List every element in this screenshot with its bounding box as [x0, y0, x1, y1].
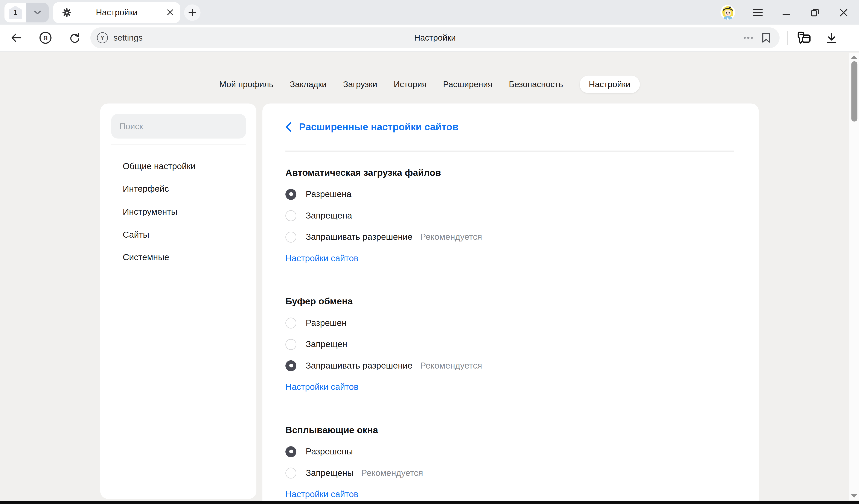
- sidebar-nav: Общие настройки Интерфейс Инструменты Са…: [100, 155, 256, 269]
- toolbar-divider: [787, 31, 788, 45]
- yandex-home-button[interactable]: Я: [40, 32, 51, 44]
- search-input[interactable]: [111, 114, 246, 139]
- bookmark-icon[interactable]: [762, 32, 771, 43]
- address-bar-actions: [744, 28, 771, 48]
- tab-extensions[interactable]: Расширения: [443, 79, 493, 89]
- settings-page: Мой профиль Закладки Загрузки История Ра…: [0, 52, 859, 504]
- tab-group-shield-icon: 1: [9, 6, 22, 19]
- section-title: Всплывающие окна: [285, 419, 734, 441]
- settings-content: Расширенные настройки сайтов Автоматичес…: [262, 104, 759, 504]
- chevron-down-icon: [34, 10, 41, 14]
- downloads-button[interactable]: [825, 32, 838, 45]
- radio-icon[interactable]: [285, 467, 296, 478]
- radio-note: Рекомендуется: [420, 361, 482, 370]
- browser-tab-settings[interactable]: Настройки: [53, 2, 180, 23]
- radio-icon[interactable]: [285, 231, 296, 242]
- back-button[interactable]: [10, 32, 22, 43]
- sidebar-item-general[interactable]: Общие настройки: [100, 155, 256, 178]
- radio-option[interactable]: Разрешена: [285, 184, 734, 205]
- tab-group-count: 1: [13, 8, 17, 16]
- radio-option[interactable]: Запрашивать разрешение Рекомендуется: [285, 226, 734, 247]
- tab-group-dropdown[interactable]: [26, 2, 49, 22]
- reload-button[interactable]: [69, 32, 80, 44]
- settings-sections: Автоматическая загрузка файлов Разрешена…: [262, 162, 759, 504]
- radio-option[interactable]: Запрещен: [285, 334, 734, 355]
- settings-nav-tabs: Мой профиль Закладки Загрузки История Ра…: [0, 75, 859, 94]
- radio-option[interactable]: Запрещены Рекомендуется: [285, 462, 734, 484]
- sidebar-item-sites[interactable]: Сайты: [100, 223, 256, 246]
- window-bottom-edge: [0, 501, 859, 504]
- radio-icon[interactable]: [285, 339, 296, 350]
- back-header[interactable]: Расширенные настройки сайтов: [262, 104, 759, 151]
- browser-window: 1: [0, 0, 859, 504]
- site-settings-link[interactable]: Настройки сайтов: [285, 376, 734, 398]
- sidebar-item-system[interactable]: Системные: [100, 246, 256, 269]
- tab-bookmarks[interactable]: Закладки: [290, 79, 327, 89]
- profile-avatar[interactable]: [721, 5, 735, 20]
- radio-option[interactable]: Запрещена: [285, 205, 734, 226]
- radio-note: Рекомендуется: [420, 232, 482, 242]
- radio-icon[interactable]: [285, 360, 296, 371]
- minimize-icon: [782, 8, 790, 16]
- header-divider: [285, 151, 734, 152]
- tab-my-profile[interactable]: Мой профиль: [219, 79, 273, 89]
- radio-option[interactable]: Запрашивать разрешение Рекомендуется: [285, 355, 734, 376]
- sidebar-item-tools[interactable]: Инструменты: [100, 200, 256, 223]
- chevron-left-icon: [285, 122, 291, 132]
- hamburger-icon: [753, 9, 763, 16]
- new-tab-button[interactable]: [184, 4, 200, 20]
- more-icon[interactable]: [744, 37, 753, 39]
- radio-icon[interactable]: [285, 210, 296, 221]
- download-icon: [825, 32, 838, 45]
- section-popups: Всплывающие окна Разрешены Запрещены Рек…: [285, 419, 734, 504]
- site-settings-link[interactable]: Настройки сайтов: [285, 247, 734, 269]
- section-title: Буфер обмена: [285, 291, 734, 312]
- address-bar[interactable]: Y settings Настройки: [90, 28, 780, 48]
- window-minimize-button[interactable]: [782, 8, 790, 16]
- tab-security[interactable]: Безопасность: [509, 79, 563, 89]
- window-restore-button[interactable]: [810, 8, 819, 17]
- omnibox-page-title: Настройки: [90, 28, 780, 48]
- radio-label: Разрешена: [305, 189, 351, 199]
- radio-label: Разрешены: [305, 446, 353, 456]
- sidebar-item-interface[interactable]: Интерфейс: [100, 178, 256, 200]
- scroll-up-icon[interactable]: [851, 56, 858, 59]
- passwords-cards-button[interactable]: [796, 31, 812, 46]
- scroll-down-icon[interactable]: [851, 494, 858, 498]
- plus-icon: [189, 9, 196, 16]
- browser-menu-button[interactable]: [753, 9, 763, 16]
- radio-option[interactable]: Разрешен: [285, 312, 734, 333]
- close-icon: [839, 8, 848, 17]
- radio-note: Рекомендуется: [361, 468, 423, 478]
- tab-group-counter[interactable]: 1: [4, 2, 26, 22]
- yandex-logo-icon: Я: [43, 34, 48, 41]
- settings-sidebar: Общие настройки Интерфейс Инструменты Са…: [100, 104, 256, 499]
- radio-label: Запрещены: [305, 468, 353, 478]
- tab-history[interactable]: История: [394, 79, 426, 89]
- radio-icon[interactable]: [285, 317, 296, 328]
- radio-label: Запрашивать разрешение: [305, 361, 412, 370]
- radio-label: Запрещена: [305, 211, 352, 220]
- radio-icon[interactable]: [285, 189, 296, 200]
- page-scrollbar[interactable]: [849, 52, 859, 501]
- tab-bar: 1: [0, 0, 859, 25]
- tab-close-icon[interactable]: [167, 9, 173, 15]
- tab-downloads[interactable]: Загрузки: [343, 79, 377, 89]
- tab-settings[interactable]: Настройки: [579, 76, 640, 93]
- tab-group-button[interactable]: 1: [4, 2, 49, 22]
- section-clipboard: Буфер обмена Разрешен Запрещен Запрашива…: [285, 291, 734, 398]
- window-close-button[interactable]: [839, 8, 848, 17]
- radio-label: Запрашивать разрешение: [305, 232, 412, 242]
- tab-title: Настройки: [53, 2, 180, 23]
- key-card-icon: [796, 31, 812, 46]
- page-title[interactable]: Расширенные настройки сайтов: [299, 121, 458, 133]
- sidebar-divider: [111, 144, 246, 145]
- section-auto-download: Автоматическая загрузка файлов Разрешена…: [285, 162, 734, 269]
- radio-option[interactable]: Разрешены: [285, 441, 734, 462]
- section-title: Автоматическая загрузка файлов: [285, 162, 734, 183]
- radio-label: Запрещен: [305, 339, 347, 349]
- restore-icon: [810, 8, 819, 17]
- scrollbar-thumb[interactable]: [851, 61, 857, 122]
- radio-icon[interactable]: [285, 446, 296, 457]
- radio-label: Разрешен: [305, 318, 346, 328]
